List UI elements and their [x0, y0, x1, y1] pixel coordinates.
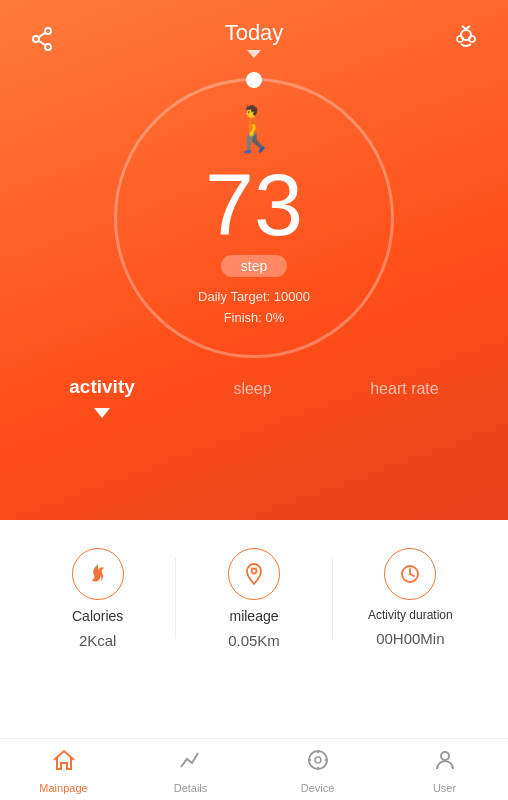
calories-value: 2Kcal	[79, 632, 117, 649]
mileage-icon-circle	[228, 548, 280, 600]
calories-icon-circle	[72, 548, 124, 600]
svg-point-0	[45, 28, 51, 34]
details-label: Details	[174, 782, 208, 794]
svg-point-19	[315, 757, 321, 763]
metric-duration: Activity duration 00H00Min	[333, 548, 488, 649]
mileage-label: mileage	[229, 608, 278, 624]
nav-user[interactable]: User	[381, 747, 508, 794]
tab-heart-rate[interactable]: heart rate	[354, 374, 454, 404]
duration-value: 00H00Min	[376, 630, 444, 647]
mainpage-icon	[51, 747, 77, 779]
svg-point-2	[45, 44, 51, 50]
mileage-value: 0.05Km	[228, 632, 280, 649]
svg-line-3	[39, 33, 45, 37]
metric-calories: Calories 2Kcal	[20, 548, 175, 649]
nav-details[interactable]: Details	[127, 747, 254, 794]
svg-line-13	[410, 574, 414, 576]
svg-line-4	[39, 41, 45, 45]
tab-activity[interactable]: activity	[53, 370, 150, 404]
details-icon	[178, 747, 204, 779]
metric-mileage: mileage 0.05Km	[176, 548, 331, 649]
duration-label: Activity duration	[368, 608, 453, 622]
step-circle: 🚶 73 step Daily Target: 10000 Finish: 0%	[114, 78, 394, 358]
circle-top-dot	[246, 72, 262, 88]
share-button[interactable]	[24, 21, 60, 57]
svg-point-10	[251, 569, 256, 574]
nav-mainpage[interactable]: Mainpage	[0, 747, 127, 794]
user-label: User	[433, 782, 456, 794]
circle-ring	[114, 78, 394, 358]
notification-button[interactable]	[448, 21, 484, 57]
header-title: Today	[225, 20, 284, 58]
device-icon	[305, 747, 331, 779]
nav-device[interactable]: Device	[254, 747, 381, 794]
svg-point-20	[441, 752, 449, 760]
svg-point-14	[309, 751, 327, 769]
tab-sleep[interactable]: sleep	[217, 374, 287, 404]
bottom-nav: Mainpage Details	[0, 738, 508, 800]
duration-icon-circle	[384, 548, 436, 600]
user-icon	[432, 747, 458, 779]
header: Today	[0, 0, 508, 68]
svg-line-6	[462, 26, 466, 29]
metrics-row: Calories 2Kcal mileage 0.05Km	[0, 520, 508, 661]
svg-point-1	[33, 36, 39, 42]
svg-line-7	[466, 26, 470, 29]
mainpage-label: Mainpage	[39, 782, 87, 794]
calories-label: Calories	[72, 608, 123, 624]
bottom-section: Calories 2Kcal mileage 0.05Km	[0, 520, 508, 800]
app-container: Today 🚶 73 s	[0, 0, 508, 800]
tab-bar: activity sleep heart rate	[0, 370, 508, 404]
chevron-down-icon[interactable]	[247, 50, 261, 58]
top-section: Today 🚶 73 s	[0, 0, 508, 520]
device-label: Device	[301, 782, 335, 794]
